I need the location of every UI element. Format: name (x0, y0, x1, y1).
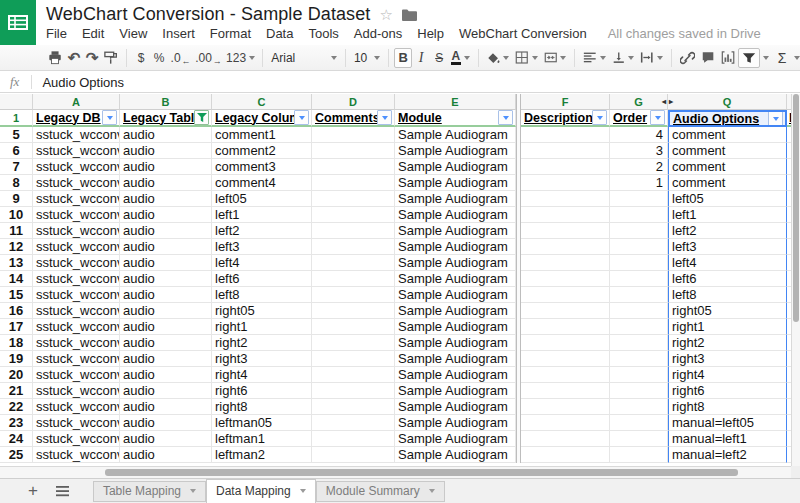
cell-E23[interactable]: Sample Audiogram (395, 415, 516, 431)
column-header-G[interactable]: G◂ (610, 94, 668, 110)
cell-B17[interactable]: audio (120, 319, 212, 335)
cell-Q20[interactable]: right4 (668, 367, 787, 383)
menu-help[interactable]: Help (417, 26, 444, 41)
cell-A24[interactable]: sstuck_wcconv (33, 431, 120, 447)
menu-view[interactable]: View (119, 26, 147, 41)
tab-table-mapping[interactable]: Table Mapping (93, 481, 206, 502)
cell-B16[interactable]: audio (120, 303, 212, 319)
cell-A6[interactable]: sstuck_wcconv (33, 143, 120, 159)
cell-G25[interactable] (610, 447, 668, 463)
row-header-17[interactable]: 17 (0, 319, 33, 335)
cell-D18[interactable] (312, 335, 395, 351)
cell-D8[interactable] (312, 175, 395, 191)
cell-Q22[interactable]: right8 (668, 399, 787, 415)
cell-D23[interactable] (312, 415, 395, 431)
cell-B8[interactable]: audio (120, 175, 212, 191)
insert-link-button[interactable] (677, 48, 698, 68)
cell-A19[interactable]: sstuck_wcconv (33, 351, 120, 367)
currency-format-button[interactable]: $ (132, 48, 150, 68)
cell-E12[interactable]: Sample Audiogram (395, 239, 516, 255)
cell-A11[interactable]: sstuck_wcconv (33, 223, 120, 239)
cell-B10[interactable]: audio (120, 207, 212, 223)
cell-C21[interactable]: right6 (212, 383, 312, 399)
cell-C10[interactable]: left1 (212, 207, 312, 223)
cell-E19[interactable]: Sample Audiogram (395, 351, 516, 367)
cell-F5[interactable] (521, 127, 610, 143)
cell-G21[interactable] (610, 383, 668, 399)
cell-C11[interactable]: left2 (212, 223, 312, 239)
text-color-button[interactable]: A (448, 48, 472, 68)
cell-B19[interactable]: audio (120, 351, 212, 367)
cell-C12[interactable]: left3 (212, 239, 312, 255)
cell-Q19[interactable]: right3 (668, 351, 787, 367)
cell-F13[interactable] (521, 255, 610, 271)
cell-E17[interactable]: Sample Audiogram (395, 319, 516, 335)
sheets-logo-icon[interactable] (0, 0, 36, 45)
cell-C20[interactable]: right4 (212, 367, 312, 383)
menu-tools[interactable]: Tools (308, 26, 338, 41)
cell-Q7[interactable]: comment (668, 159, 787, 175)
cell-G1[interactable]: Order (610, 110, 668, 127)
row-header-6[interactable]: 6 (0, 143, 33, 159)
cell-D20[interactable] (312, 367, 395, 383)
cell-C9[interactable]: left05 (212, 191, 312, 207)
cell-E16[interactable]: Sample Audiogram (395, 303, 516, 319)
cell-Q23[interactable]: manual=left05 (668, 415, 787, 431)
row-header-20[interactable]: 20 (0, 367, 33, 383)
cell-D12[interactable] (312, 239, 395, 255)
cell-C22[interactable]: right8 (212, 399, 312, 415)
column-header-A[interactable]: A (33, 94, 120, 110)
cell-C13[interactable]: left4 (212, 255, 312, 271)
cell-B14[interactable]: audio (120, 271, 212, 287)
redo-button[interactable]: ↷ (83, 48, 101, 68)
menu-edit[interactable]: Edit (82, 26, 104, 41)
filter-dropdown-icon[interactable] (377, 110, 392, 125)
cell-G11[interactable] (610, 223, 668, 239)
cell-C6[interactable]: comment2 (212, 143, 312, 159)
paint-format-button[interactable] (101, 48, 121, 68)
cell-E9[interactable]: Sample Audiogram (395, 191, 516, 207)
cell-C24[interactable]: leftman1 (212, 431, 312, 447)
cell-E18[interactable]: Sample Audiogram (395, 335, 516, 351)
cell-B11[interactable]: audio (120, 223, 212, 239)
cell-Q15[interactable]: left8 (668, 287, 787, 303)
cell-E11[interactable]: Sample Audiogram (395, 223, 516, 239)
cell-B13[interactable]: audio (120, 255, 212, 271)
cell-C15[interactable]: left8 (212, 287, 312, 303)
filter-dropdown-icon[interactable] (592, 110, 607, 125)
menu-data[interactable]: Data (266, 26, 293, 41)
cell-A20[interactable]: sstuck_wcconv (33, 367, 120, 383)
cell-F15[interactable] (521, 287, 610, 303)
cell-F12[interactable] (521, 239, 610, 255)
cell-A10[interactable]: sstuck_wcconv (33, 207, 120, 223)
active-filter-icon[interactable] (194, 110, 209, 125)
cell-G9[interactable] (610, 191, 668, 207)
cell-Q21[interactable]: right6 (668, 383, 787, 399)
cell-E7[interactable]: Sample Audiogram (395, 159, 516, 175)
cell-F19[interactable] (521, 351, 610, 367)
cell-B24[interactable]: audio (120, 431, 212, 447)
cell-B21[interactable]: audio (120, 383, 212, 399)
cell-A25[interactable]: sstuck_wcconv (33, 447, 120, 463)
column-header-D[interactable]: D (312, 94, 395, 110)
row-header-15[interactable]: 15 (0, 287, 33, 303)
cell-Q10[interactable]: left1 (668, 207, 787, 223)
cell-Q11[interactable]: left2 (668, 223, 787, 239)
tab-data-mapping[interactable]: Data Mapping (206, 479, 316, 503)
cell-G7[interactable]: 2 (610, 159, 668, 175)
cell-E10[interactable]: Sample Audiogram (395, 207, 516, 223)
row-header-18[interactable]: 18 (0, 335, 33, 351)
insert-comment-button[interactable] (698, 48, 718, 68)
cell-G20[interactable] (610, 367, 668, 383)
cell-E5[interactable]: Sample Audiogram (395, 127, 516, 143)
cell-F10[interactable] (521, 207, 610, 223)
formula-input[interactable]: Audio Options (42, 75, 124, 90)
cell-F22[interactable] (521, 399, 610, 415)
row-header-24[interactable]: 24 (0, 431, 33, 447)
cell-B22[interactable]: audio (120, 399, 212, 415)
filter-dropdown-icon[interactable] (768, 111, 783, 126)
row-header-19[interactable]: 19 (0, 351, 33, 367)
menu-format[interactable]: Format (210, 26, 251, 41)
cell-D11[interactable] (312, 223, 395, 239)
cell-F9[interactable] (521, 191, 610, 207)
